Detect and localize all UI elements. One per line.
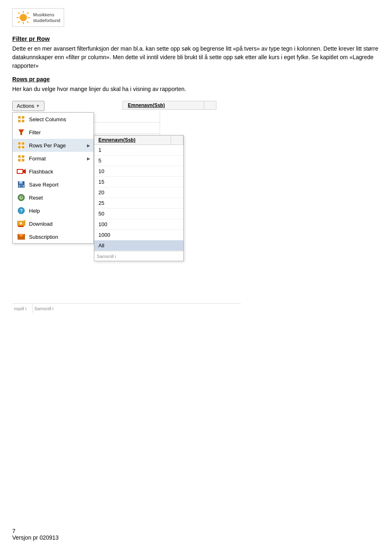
rows-option-label: 5 [98, 158, 101, 164]
svg-line-8 [18, 21, 20, 23]
flashback-label: Flashback [29, 169, 53, 175]
submenu-bottom-row: Samsnill i [94, 251, 183, 261]
reset-label: Reset [29, 195, 43, 201]
rows-per-page-icon [17, 141, 26, 150]
filter-row-section: Filter pr Row Dette er en mer avansert f… [12, 35, 380, 70]
logo-icon [16, 10, 31, 25]
menu-item-save-report[interactable]: Save Report [13, 178, 94, 191]
page-footer: 7 Versjon pr 020913 [12, 528, 59, 541]
rows-option-label: 10 [98, 168, 104, 174]
download-icon [17, 219, 26, 228]
svg-rect-35 [18, 226, 24, 227]
rows-option-label: 20 [98, 189, 104, 196]
save-report-icon [17, 180, 26, 189]
rows-per-page-option-20[interactable]: 20 [94, 187, 183, 198]
svg-rect-18 [18, 155, 21, 158]
rows-per-page-option-1[interactable]: 1 [94, 145, 183, 156]
svg-rect-23 [18, 170, 22, 173]
menu-item-format[interactable]: Format [13, 152, 94, 165]
menu-item-select-columns[interactable]: Select Columns [13, 113, 94, 126]
svg-rect-16 [18, 146, 21, 149]
column-header-emnenavn: Emnenavn(Ssb) [122, 101, 204, 110]
svg-rect-26 [19, 181, 22, 184]
rows-option-label: 100 [98, 221, 107, 227]
menu-item-filter[interactable]: Filter [13, 126, 94, 139]
rows-option-label: 50 [98, 211, 104, 217]
download-label: Download [29, 221, 53, 227]
actions-button-container: Actions ▼ [12, 101, 45, 111]
filter-row-text: Dette er en mer avansert filterfunksjon … [12, 44, 380, 70]
rows-per-page-text: Her kan du velge hvor mange linjer du sk… [12, 85, 380, 93]
filter-row-heading: Filter pr Row [12, 35, 380, 42]
svg-rect-17 [22, 146, 24, 149]
menu-item-help[interactable]: ? Help [13, 204, 94, 217]
rows-per-page-option-10[interactable]: 10 [94, 166, 183, 177]
page-number: 7 [12, 528, 59, 534]
svg-marker-24 [23, 169, 26, 174]
rows-per-page-option-1000[interactable]: 1000 [94, 230, 183, 240]
svg-rect-15 [22, 142, 24, 145]
filter-label: Filter [29, 129, 41, 136]
menu-item-subscription[interactable]: Subscription [13, 230, 94, 243]
grid-icon [17, 115, 26, 124]
svg-rect-14 [18, 142, 21, 145]
rows-per-page-section: Rows pr page Her kan du velge hvor mange… [12, 76, 380, 93]
submenu-table-header: Emnenavn(Ssb) [94, 136, 183, 145]
flashback-icon [17, 167, 26, 176]
submenu-col-extra [171, 136, 183, 144]
rows-per-page-heading: Rows pr page [12, 76, 380, 82]
actions-label: Actions [17, 103, 34, 109]
submenu-col-header: Emnenavn(Ssb) [94, 136, 171, 144]
svg-rect-11 [18, 120, 21, 122]
logo-text: Musikkens studieforbund [33, 12, 60, 24]
menu-item-rows-per-page[interactable]: Rows Per Page [13, 139, 94, 152]
menu-item-reset[interactable]: Reset [13, 191, 94, 204]
svg-rect-12 [22, 120, 24, 122]
rows-per-page-option-50[interactable]: 50 [94, 209, 183, 219]
filter-icon [17, 128, 26, 137]
rows-per-page-option-5[interactable]: 5 [94, 156, 183, 166]
rows-per-page-option-15[interactable]: 15 [94, 177, 183, 187]
rows-per-page-option-all[interactable]: All [94, 240, 183, 251]
table-bottom-row: nspill i Samsnill i [12, 303, 241, 313]
help-label: Help [29, 208, 40, 214]
rows-option-label: 1 [98, 147, 101, 153]
help-icon: ? [17, 206, 26, 215]
svg-line-5 [18, 12, 20, 14]
version-text: Versjon pr 020913 [12, 534, 59, 541]
actions-button[interactable]: Actions ▼ [12, 101, 45, 111]
rows-per-page-option-100[interactable]: 100 [94, 219, 183, 230]
subscription-label: Subscription [29, 234, 58, 240]
table-header-area: Emnenavn(Ssb) [122, 101, 216, 110]
bottom-cell-right: Samsnill i [33, 306, 241, 311]
menu-area: s nst b and Samspill i storband(fullt ba… [12, 101, 380, 313]
svg-rect-10 [22, 116, 24, 119]
column-header-extra [204, 101, 216, 110]
svg-rect-21 [22, 159, 24, 162]
actions-dropdown-menu: Select Columns Filter [12, 112, 94, 244]
reset-icon [17, 193, 26, 202]
svg-rect-19 [22, 155, 24, 158]
svg-text:?: ? [20, 208, 23, 213]
rows-option-label: 25 [98, 200, 104, 206]
rows-option-label: 1000 [98, 232, 110, 238]
rows-per-page-label: Rows Per Page [29, 142, 66, 149]
bottom-row-text: Samsnill i [97, 254, 116, 259]
format-label: Format [29, 156, 46, 162]
logo-box: Musikkens studieforbund [12, 8, 64, 27]
actions-chevron-icon: ▼ [36, 104, 40, 108]
bottom-cell-left: nspill i [12, 304, 33, 313]
rows-per-page-option-25[interactable]: 25 [94, 198, 183, 209]
svg-rect-9 [18, 116, 21, 119]
menu-item-download[interactable]: Download [13, 217, 94, 230]
svg-line-7 [27, 12, 29, 14]
rows-option-label: All [98, 242, 104, 249]
menu-item-flashback[interactable]: Flashback [13, 165, 94, 178]
svg-rect-20 [18, 159, 21, 162]
svg-point-0 [20, 14, 27, 21]
svg-rect-28 [20, 185, 23, 187]
svg-line-6 [27, 21, 29, 23]
rows-option-label: 15 [98, 179, 104, 185]
svg-marker-13 [18, 129, 24, 135]
page-container: Musikkens studieforbund Filter pr Row De… [0, 0, 392, 321]
